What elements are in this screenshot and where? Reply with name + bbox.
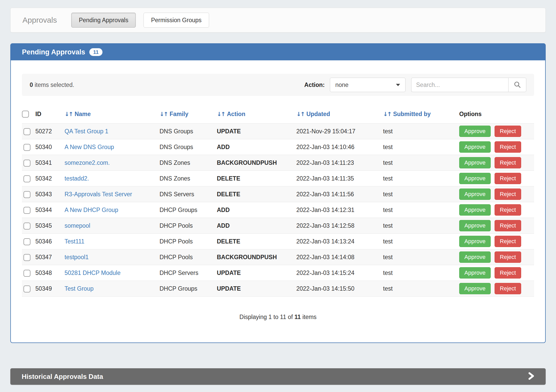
reject-button[interactable]: Reject [495, 189, 521, 200]
approve-button[interactable]: Approve [459, 173, 491, 184]
row-name-link[interactable]: testadd2. [65, 175, 89, 182]
select-all-checkbox[interactable] [22, 111, 29, 118]
table-row: 50340 A New DNS Group DNS Groups ADD 202… [22, 139, 534, 155]
row-checkbox[interactable] [23, 238, 30, 245]
reject-button[interactable]: Reject [495, 157, 521, 168]
action-label: Action: [304, 81, 325, 88]
approve-button[interactable]: Approve [459, 267, 491, 279]
chevron-down-icon [396, 84, 400, 86]
row-checkbox[interactable] [23, 191, 30, 198]
tab-permission-groups[interactable]: Permission Groups [144, 13, 209, 28]
reject-button[interactable]: Reject [495, 236, 521, 247]
row-select-cell [22, 265, 35, 281]
row-id: 50341 [35, 155, 65, 171]
row-checkbox[interactable] [23, 285, 30, 292]
panel-title: Pending Approvals [22, 48, 85, 56]
row-name-cell: somezone2.com. [65, 155, 160, 171]
row-checkbox[interactable] [23, 223, 30, 230]
row-options-cell: Approve Reject [459, 234, 534, 249]
row-name-cell: testpool1 [65, 249, 160, 265]
row-checkbox[interactable] [23, 144, 30, 151]
reject-button[interactable]: Reject [495, 283, 521, 294]
row-name-link[interactable]: A New DHCP Group [65, 207, 118, 213]
row-id: 50349 [35, 281, 65, 297]
row-submitted-by: test [383, 202, 459, 218]
chevron-right-icon [528, 372, 534, 381]
reject-button[interactable]: Reject [495, 126, 521, 137]
row-name-link[interactable]: somepool [65, 222, 90, 229]
table-row: 50347 testpool1 DHCP Pools BACKGROUNDPUS… [22, 249, 534, 265]
row-submitted-by: test [383, 234, 459, 249]
row-name-link[interactable]: Test111 [65, 238, 84, 245]
row-name-cell: Test Group [65, 281, 160, 297]
row-id: 50343 [35, 186, 65, 202]
row-name-link[interactable]: QA Test Group 1 [65, 128, 108, 135]
row-family: DHCP Pools [160, 234, 217, 249]
row-options-cell: Approve Reject [459, 186, 534, 202]
reject-button[interactable]: Reject [495, 251, 521, 263]
row-name-link[interactable]: A New DNS Group [65, 144, 114, 150]
column-header-updated[interactable]: ↓↑Updated [296, 107, 383, 124]
column-header-name[interactable]: ↓↑Name [65, 107, 160, 124]
row-options-cell: Approve Reject [459, 249, 534, 265]
search-input[interactable] [411, 78, 508, 92]
row-name-link[interactable]: 50281 DHCP Module [65, 270, 121, 276]
reject-button[interactable]: Reject [495, 141, 521, 153]
reject-button[interactable]: Reject [495, 204, 521, 216]
approve-button[interactable]: Approve [459, 157, 491, 168]
approve-button[interactable]: Approve [459, 251, 491, 263]
sort-icon: ↓↑ [296, 111, 304, 117]
row-options-cell: Approve Reject [459, 265, 534, 281]
row-family: DNS Groups [160, 124, 217, 139]
row-name-cell: A New DHCP Group [65, 202, 160, 218]
approve-button[interactable]: Approve [459, 220, 491, 231]
row-options-cell: Approve Reject [459, 155, 534, 171]
pagination-total: 11 [295, 314, 301, 320]
reject-button[interactable]: Reject [495, 267, 521, 279]
row-submitted-by: test [383, 249, 459, 265]
approve-button[interactable]: Approve [459, 189, 491, 200]
column-header-submitted-by[interactable]: ↓↑Submitted by [383, 107, 459, 124]
row-select-cell [22, 249, 35, 265]
row-name-link[interactable]: testpool1 [65, 254, 89, 260]
row-updated: 2022-Jan-03 14:11:56 [296, 186, 383, 202]
action-select[interactable]: none [330, 78, 406, 92]
row-options-cell: Approve Reject [459, 139, 534, 155]
sort-icon: ↓↑ [217, 111, 225, 117]
row-checkbox[interactable] [23, 175, 30, 182]
approve-button[interactable]: Approve [459, 204, 491, 216]
approve-button[interactable]: Approve [459, 126, 491, 137]
table-row: 50341 somezone2.com. DNS Zones BACKGROUN… [22, 155, 534, 171]
reject-button[interactable]: Reject [495, 173, 521, 184]
row-name-link[interactable]: somezone2.com. [65, 159, 110, 166]
row-checkbox[interactable] [23, 160, 30, 167]
approve-button[interactable]: Approve [459, 141, 491, 153]
row-action: UPDATE [217, 281, 296, 297]
approve-button[interactable]: Approve [459, 283, 491, 294]
column-header-family[interactable]: ↓↑Family [160, 107, 217, 124]
table-toolbar: 0 items selected. Action: none [22, 74, 534, 96]
row-name-cell: A New DNS Group [65, 139, 160, 155]
historical-approvals-accordion[interactable]: Historical Approvals Data [10, 368, 546, 385]
row-select-cell [22, 124, 35, 139]
row-checkbox[interactable] [23, 270, 30, 277]
row-family: DHCP Pools [160, 249, 217, 265]
row-submitted-by: test [383, 139, 459, 155]
search-group [411, 78, 526, 92]
row-checkbox[interactable] [23, 128, 30, 135]
search-button[interactable] [508, 78, 526, 92]
column-header-action[interactable]: ↓↑Action [217, 107, 296, 124]
row-action: ADD [217, 218, 296, 234]
row-checkbox[interactable] [23, 207, 30, 214]
row-action: ADD [217, 202, 296, 218]
row-submitted-by: test [383, 124, 459, 139]
panel-header: Pending Approvals 11 [11, 44, 545, 60]
sort-icon: ↓↑ [383, 111, 391, 117]
row-name-link[interactable]: Test Group [65, 285, 94, 292]
row-checkbox[interactable] [23, 254, 30, 261]
row-name-link[interactable]: R3-Approvals Test Server [65, 191, 132, 198]
approve-button[interactable]: Approve [459, 236, 491, 247]
reject-button[interactable]: Reject [495, 220, 521, 231]
page-title: Approvals [22, 16, 57, 25]
tab-pending-approvals[interactable]: Pending Approvals [71, 13, 136, 28]
